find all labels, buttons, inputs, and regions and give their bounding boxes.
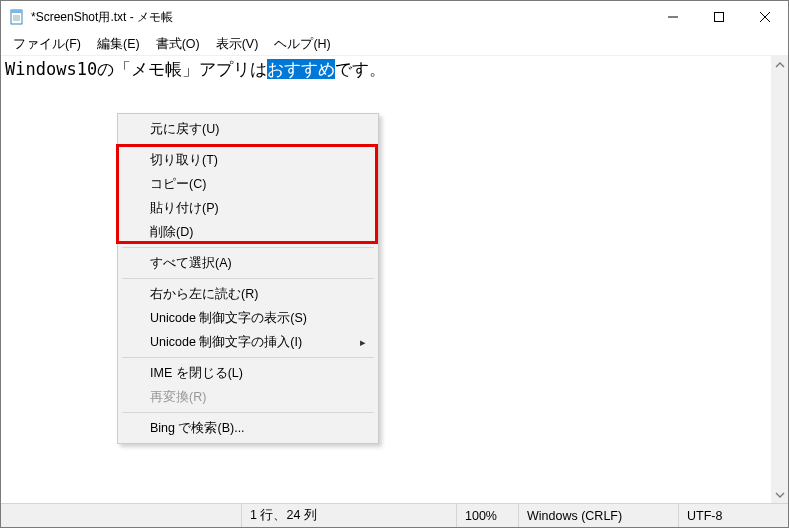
- cm-reconvert[interactable]: 再変換(R): [120, 385, 376, 409]
- menu-help[interactable]: ヘルプ(H): [266, 34, 338, 55]
- status-position: 1 行、24 列: [241, 504, 456, 527]
- status-zoom: 100%: [456, 504, 518, 527]
- cm-uni-show[interactable]: Unicode 制御文字の表示(S): [120, 306, 376, 330]
- menu-file[interactable]: ファイル(F): [5, 34, 89, 55]
- title-bar: *ScreenShot用.txt - メモ帳: [1, 1, 788, 33]
- cm-delete[interactable]: 削除(D): [120, 220, 376, 244]
- cm-uni-insert[interactable]: Unicode 制御文字の挿入(I) ▸: [120, 330, 376, 354]
- window-title: *ScreenShot用.txt - メモ帳: [31, 9, 173, 26]
- cm-undo[interactable]: 元に戻す(U): [120, 117, 376, 141]
- editor-text-after: です。: [335, 59, 386, 79]
- cm-separator: [122, 144, 374, 145]
- cm-ime-close[interactable]: IME を閉じる(L): [120, 361, 376, 385]
- window-controls: [650, 1, 788, 33]
- cm-separator: [122, 278, 374, 279]
- close-button[interactable]: [742, 1, 788, 33]
- svg-rect-1: [11, 10, 22, 13]
- context-menu: 元に戻す(U) 切り取り(T) コピー(C) 貼り付け(P) 削除(D) すべて…: [117, 113, 379, 444]
- chevron-right-icon: ▸: [360, 336, 366, 349]
- cm-uni-insert-label: Unicode 制御文字の挿入(I): [150, 334, 302, 351]
- selected-text: おすすめ: [267, 59, 335, 79]
- cm-separator: [122, 357, 374, 358]
- cm-separator: [122, 247, 374, 248]
- scroll-up-icon[interactable]: [771, 56, 788, 73]
- scroll-down-icon[interactable]: [771, 486, 788, 503]
- editor-text-before: Windows10の「メモ帳」アプリは: [5, 59, 267, 79]
- notepad-icon: [9, 9, 25, 25]
- menu-format[interactable]: 書式(O): [148, 34, 208, 55]
- cm-copy[interactable]: コピー(C): [120, 172, 376, 196]
- menu-bar: ファイル(F) 編集(E) 書式(O) 表示(V) ヘルプ(H): [1, 33, 788, 55]
- cm-select-all[interactable]: すべて選択(A): [120, 251, 376, 275]
- cm-rtl[interactable]: 右から左に読む(R): [120, 282, 376, 306]
- vertical-scrollbar[interactable]: [771, 56, 788, 503]
- status-encoding: UTF-8: [678, 504, 788, 527]
- cm-cut[interactable]: 切り取り(T): [120, 148, 376, 172]
- status-eol: Windows (CRLF): [518, 504, 678, 527]
- scroll-track[interactable]: [771, 73, 788, 486]
- cm-bing-search[interactable]: Bing で検索(B)...: [120, 416, 376, 440]
- menu-view[interactable]: 表示(V): [208, 34, 267, 55]
- status-bar: 1 行、24 列 100% Windows (CRLF) UTF-8: [1, 503, 788, 527]
- cm-paste[interactable]: 貼り付け(P): [120, 196, 376, 220]
- svg-rect-6: [715, 13, 724, 22]
- menu-edit[interactable]: 編集(E): [89, 34, 148, 55]
- cm-separator: [122, 412, 374, 413]
- maximize-button[interactable]: [696, 1, 742, 33]
- minimize-button[interactable]: [650, 1, 696, 33]
